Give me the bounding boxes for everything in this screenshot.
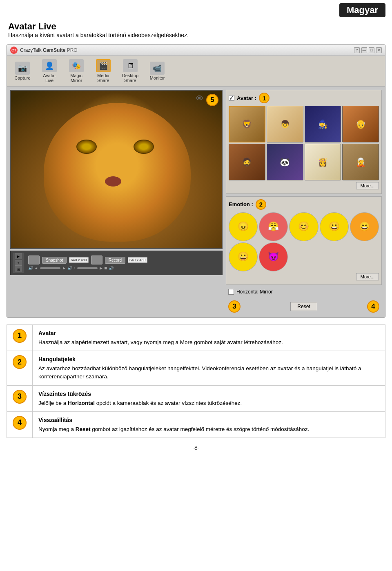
language-badge: Magyar [339,3,385,17]
minimize-button[interactable]: — [361,47,367,53]
info-row-1: 1 Avatar Használja az alapértelmezett av… [7,324,385,351]
horizontal-mirror-checkbox[interactable] [228,289,234,295]
info-circle-3: 3 [13,390,27,404]
avatar-more-container: More... [229,182,379,191]
emotion-section: Emotion : 2 😠 😤 😊 😀 😄 😀 😈 More... [226,196,382,285]
emotion-label: Emotion : [229,201,253,207]
info-num-4: 4 [7,411,33,438]
vol-icon-2: 🔊 [67,266,72,270]
toolbar-item-media-share[interactable]: 🎬 MediaShare [91,58,116,84]
badge-4: 4 [367,300,379,313]
music-icon: ♪ [74,266,76,270]
info-num-3: 3 [7,385,33,411]
toolbar-item-capture[interactable]: 📷 Capture [10,61,35,81]
video-panel: 👁 5 ▶ T ⊡ Snapshot 640 x 480 [10,90,223,314]
app-window: CT CrazyTalk CamSuite PRO ? — □ ✕ 📷 Capt… [7,44,385,318]
capture-icon: 📷 [15,62,30,75]
avatar-thumb-1[interactable]: 🦁 [229,106,265,142]
eye-icon: 👁 [196,94,204,103]
info-num-2: 2 [7,351,33,386]
capture-label: Capture [14,76,30,80]
app-title: CrazyTalk CamSuite PRO [20,47,78,53]
monitor-icon: 📹 [150,62,165,75]
record-button[interactable]: Record [105,257,125,264]
mirror-label: Horizontal Mirror [236,289,273,295]
side-icon-1[interactable]: ▶ [15,253,22,259]
snapshot-size: 640 x 480 [71,258,87,262]
toolbar-item-avatar-live[interactable]: 👤 AvatarLive [37,58,62,84]
avatar-checkbox[interactable]: ✓ [229,95,234,101]
snapshot-button[interactable]: Snapshot [42,257,67,264]
top-header: Magyar [0,0,392,17]
avatar-more-button[interactable]: More... [356,182,379,189]
side-icon-2[interactable]: T [15,260,22,266]
emotion-more-container: More... [229,273,379,282]
side-icon-3[interactable]: ⊡ [15,267,22,272]
magic-mirror-icon: 🎭 [69,59,84,72]
toolbar-item-monitor[interactable]: 📹 Monitor [145,61,169,81]
info-circle-1: 1 [13,329,27,343]
avatar-section-header: ✓ Avatar : 1 [229,93,379,103]
media-share-label: MediaShare [97,73,109,83]
badge-3: 3 [228,300,241,313]
info-circle-2: 2 [13,355,27,369]
info-content-1: Avatar Használja az alapértelmezett avat… [33,324,385,351]
avatar-thumb-5[interactable]: 🧔 [229,144,265,180]
emotion-more-button[interactable]: More... [356,273,379,280]
app-title-cam: CamSuite [43,47,67,53]
avatar-live-label: AvatarLive [43,73,56,83]
help-button[interactable]: ? [354,47,360,53]
avatar-thumb-6[interactable]: 🐼 [267,144,303,180]
avatar-thumb-4[interactable]: 👴 [342,106,379,142]
vol-left: ◄ [34,266,38,270]
emotion-grid: 😠 😤 😊 😀 😄 😀 😈 [229,212,379,271]
toolbar: 📷 Capture 👤 AvatarLive 🎭 MagicMirror 🎬 M… [7,56,385,87]
emotion-thumb-1[interactable]: 😠 [229,212,258,241]
lion-nose [105,176,121,187]
toolbar-item-desktop-share[interactable]: 🖥 DesktopShare [118,58,143,84]
info-title-3: Vízszintes tükrözés [38,390,379,398]
emotion-thumb-4[interactable]: 😀 [320,212,349,241]
mirror-section: Horizontal Mirror [226,287,382,296]
desktop-share-icon: 🖥 [123,59,138,72]
toolbar-item-magic-mirror[interactable]: 🎭 MagicMirror [64,58,89,84]
right-panel: ✓ Avatar : 1 🦁 👦 🧙 👴 🧔 🐼 👸 🧝 More... [226,90,382,314]
page-footer: -8- [0,438,392,458]
avatar-label: Avatar : [237,95,256,101]
emotion-thumb-5[interactable]: 😄 [350,212,379,241]
avatar-thumb-3[interactable]: 🧙 [305,106,341,142]
emotion-thumb-3[interactable]: 😊 [289,212,318,241]
info-title-2: Hangulatjelek [38,355,379,364]
avatar-live-icon: 👤 [42,59,57,72]
page-subtitle: Használja a kívánt avatart a barátokkal … [8,32,384,38]
emotion-thumb-7[interactable]: 😈 [259,242,288,271]
monitor-label: Monitor [150,76,165,80]
info-content-3: Vízszintes tükrözés Jelölje be a Horizon… [33,385,385,411]
page-title-section: Avatar Live Használja a kívánt avatart a… [0,17,392,41]
avatar-thumb-8[interactable]: 🧝 [342,144,379,180]
info-row-2: 2 Hangulatjelek Az avatarhoz hozzáadhat … [7,351,385,386]
magic-mirror-label: MagicMirror [70,73,82,83]
avatar-grid: 🦁 👦 🧙 👴 🧔 🐼 👸 🧝 [229,106,379,180]
desktop-share-label: DesktopShare [122,73,138,83]
emotion-thumb-2[interactable]: 😤 [259,212,288,241]
media-share-icon: 🎬 [96,59,111,72]
avatar-thumb-7[interactable]: 👸 [305,144,341,180]
reset-area: 3 Reset 4 [226,299,382,314]
close-button[interactable]: ✕ [376,47,382,53]
page-title: Avatar Live [8,21,384,32]
music-slider[interactable] [77,267,98,269]
info-text-2: Az avatarhoz hozzáadhat különböző hangul… [38,365,361,380]
info-row-4: 4 Visszaállítás Nyomja meg a Reset gombo… [7,411,385,438]
stop-icon: ⏹ [104,266,107,270]
volume-slider[interactable] [40,267,60,269]
emotion-thumb-6[interactable]: 😀 [229,242,258,271]
video-number-badge: 5 [206,94,218,106]
reset-button[interactable]: Reset [290,302,317,311]
record-size: 640 x 480 [129,258,146,262]
info-content-4: Visszaállítás Nyomja meg a Reset gombot … [33,411,385,438]
maximize-button[interactable]: □ [369,47,374,53]
vol-icon-3: 🔊 [109,266,114,270]
info-text-4: Nyomja meg a Reset gombot az igazításhoz… [38,426,309,432]
avatar-thumb-2[interactable]: 👦 [267,106,303,142]
